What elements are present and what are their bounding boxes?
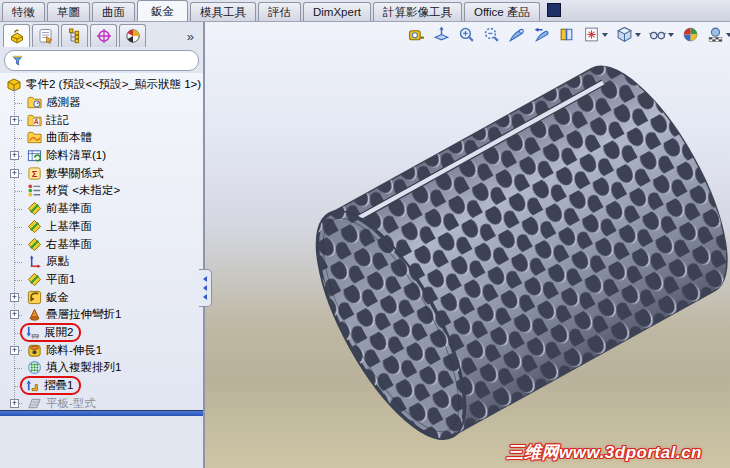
tree-item-label: 展開2 bbox=[44, 325, 73, 340]
document-badge[interactable] bbox=[547, 3, 561, 17]
dropdown-caret-icon[interactable] bbox=[635, 33, 641, 37]
view-orientation-icon bbox=[583, 26, 600, 43]
item-wrap: 除料-伸長1 bbox=[24, 343, 105, 358]
tree-item-13[interactable]: +疊層拉伸彎折1 bbox=[0, 306, 203, 324]
expand-plus-icon[interactable]: + bbox=[10, 399, 19, 408]
panel-tab-displaymanager[interactable] bbox=[119, 24, 146, 47]
highlighted-item-wrap: 展開2 bbox=[20, 323, 81, 342]
command-tab-5[interactable]: 模具工具 bbox=[190, 2, 256, 22]
tree-item-10[interactable]: 原點 bbox=[0, 253, 203, 271]
tree-item-label: 上基準面 bbox=[46, 219, 92, 234]
view-telescope-arrow-button[interactable] bbox=[533, 26, 550, 43]
filter-bar[interactable] bbox=[4, 50, 199, 71]
dropdown-caret-icon[interactable] bbox=[726, 33, 730, 37]
tree-item-14[interactable]: 展開2 bbox=[0, 324, 203, 342]
tree-root-item[interactable]: 零件2 (預設<<預設>_顯示狀態 1>) bbox=[0, 76, 203, 94]
command-tab-2[interactable]: 草圖 bbox=[47, 2, 90, 22]
command-manager-tabs: 特徵草圖曲面鈑金模具工具評估DimXpert計算影像工具Office 產品 bbox=[0, 0, 730, 22]
tree-item-6[interactable]: 材質 <未指定> bbox=[0, 182, 203, 200]
tree-item-label: 摺疊1 bbox=[44, 378, 73, 393]
zoom-to-fit-icon bbox=[433, 26, 450, 43]
command-tab-6[interactable]: 評估 bbox=[258, 2, 301, 22]
annotations-icon bbox=[27, 113, 42, 128]
tree-item-4[interactable]: +除料清單(1) bbox=[0, 147, 203, 165]
command-tab-7[interactable]: DimXpert bbox=[303, 2, 371, 22]
highlighted-item-wrap: 摺疊1 bbox=[20, 376, 81, 395]
tree-item-label: 平面1 bbox=[46, 272, 75, 287]
command-tab-9[interactable]: Office 產品 bbox=[464, 2, 540, 22]
tree-item-label: 除料清單(1) bbox=[46, 148, 106, 163]
tree-item-8[interactable]: 上基準面 bbox=[0, 218, 203, 236]
item-wrap: 上基準面 bbox=[24, 219, 95, 234]
item-wrap: 曲面本體 bbox=[24, 130, 95, 145]
hide-show-items-button[interactable] bbox=[649, 26, 674, 43]
equations-icon bbox=[27, 166, 42, 181]
expand-plus-icon[interactable]: + bbox=[10, 116, 19, 125]
tree-item-1[interactable]: 感測器 bbox=[0, 94, 203, 112]
graphics-viewport[interactable]: 三维网www.3dportal.cn bbox=[205, 22, 730, 468]
sensors-icon bbox=[27, 95, 42, 110]
fill-pattern-icon bbox=[27, 360, 42, 375]
tree-item-12[interactable]: +鈑金 bbox=[0, 288, 203, 306]
item-wrap: 註記 bbox=[24, 113, 72, 128]
tree-item-9[interactable]: 右基準面 bbox=[0, 235, 203, 253]
command-tab-8[interactable]: 計算影像工具 bbox=[373, 2, 462, 22]
surface-bodies-icon bbox=[27, 130, 42, 145]
expand-plus-icon[interactable]: + bbox=[10, 293, 19, 302]
tree-item-11[interactable]: 平面1 bbox=[0, 271, 203, 289]
tree-item-label: 填入複製排列1 bbox=[46, 360, 121, 375]
panel-tab-featuremanager[interactable] bbox=[3, 24, 30, 47]
panel-tab-propertymanager[interactable] bbox=[32, 24, 59, 47]
tree-item-label: 右基準面 bbox=[46, 237, 92, 252]
command-tab-4[interactable]: 鈑金 bbox=[137, 0, 188, 21]
dropdown-caret-icon[interactable] bbox=[602, 33, 608, 37]
zoom-to-fit-button[interactable] bbox=[433, 26, 450, 43]
tree-item-15[interactable]: +除料-伸長1 bbox=[0, 341, 203, 359]
expand-plus-icon[interactable]: + bbox=[10, 151, 19, 160]
watermark: 三维网www.3dportal.cn bbox=[507, 441, 702, 464]
apply-scene-button[interactable] bbox=[707, 26, 730, 43]
tree-item-label: 前基準面 bbox=[46, 201, 92, 216]
tree-item-18[interactable]: +平板-型式 bbox=[0, 394, 203, 409]
command-tab-3[interactable]: 曲面 bbox=[92, 2, 135, 22]
featuremanager-icon bbox=[9, 28, 25, 44]
expand-plus-icon[interactable]: + bbox=[10, 346, 19, 355]
item-wrap: 填入複製排列1 bbox=[24, 360, 124, 375]
panel-tab-configurationmanager[interactable] bbox=[61, 24, 88, 47]
tree-item-16[interactable]: 填入複製排列1 bbox=[0, 359, 203, 377]
panel-tab-dimxpertmanager[interactable] bbox=[90, 24, 117, 47]
plane-icon bbox=[27, 272, 42, 287]
view-orientation-button[interactable] bbox=[583, 26, 608, 43]
material-icon bbox=[27, 183, 42, 198]
plane-icon bbox=[27, 237, 42, 252]
view-telescope-button[interactable] bbox=[508, 26, 525, 43]
dropdown-caret-icon[interactable] bbox=[668, 33, 674, 37]
item-wrap: 數學關係式 bbox=[24, 166, 107, 181]
measure-button[interactable] bbox=[408, 26, 425, 43]
tree-item-2[interactable]: +註記 bbox=[0, 111, 203, 129]
edit-appearance-button[interactable] bbox=[682, 26, 699, 43]
tree-item-3[interactable]: 曲面本體 bbox=[0, 129, 203, 147]
filter-funnel-icon bbox=[11, 54, 24, 67]
sheet-metal-icon bbox=[27, 290, 42, 305]
item-wrap: 右基準面 bbox=[24, 237, 95, 252]
section-view-icon bbox=[558, 26, 575, 43]
panel-collapse-handle[interactable] bbox=[199, 269, 212, 307]
expand-plus-icon[interactable]: + bbox=[10, 169, 19, 178]
zoom-previous-button[interactable] bbox=[483, 26, 500, 43]
section-view-button[interactable] bbox=[558, 26, 575, 43]
panel-tabs-overflow-button[interactable]: » bbox=[181, 29, 200, 47]
tree-item-17[interactable]: 摺疊1 bbox=[0, 377, 203, 395]
tree-item-label: 感測器 bbox=[46, 95, 81, 110]
origin-icon bbox=[27, 254, 42, 269]
command-tabs-row: 特徵草圖曲面鈑金模具工具評估DimXpert計算影像工具Office 產品 bbox=[2, 0, 542, 21]
expand-plus-icon[interactable]: + bbox=[10, 310, 19, 319]
zoom-to-area-button[interactable] bbox=[458, 26, 475, 43]
command-tab-1[interactable]: 特徵 bbox=[2, 2, 45, 22]
tree-item-5[interactable]: +數學關係式 bbox=[0, 164, 203, 182]
collapse-arrow-icon bbox=[203, 294, 207, 300]
model-perforated-cylinder[interactable] bbox=[205, 22, 730, 468]
tree-item-7[interactable]: 前基準面 bbox=[0, 200, 203, 218]
display-style-button[interactable] bbox=[616, 26, 641, 43]
tree-filter-input[interactable] bbox=[28, 53, 192, 68]
